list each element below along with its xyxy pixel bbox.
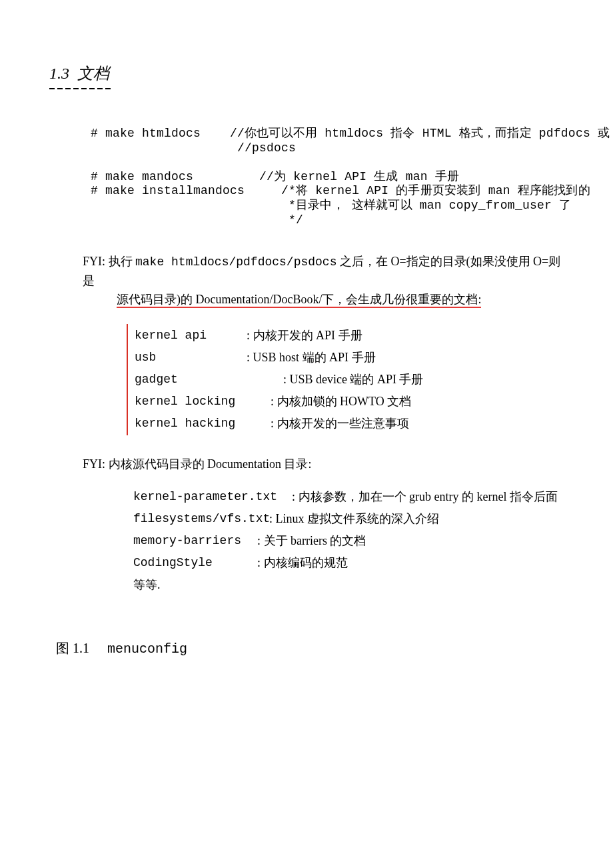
doc-name: usb [135, 349, 241, 367]
fyi2-text: 内核源代码目录的 Documentation 目录: [109, 457, 312, 471]
fyi-docbook: FYI: 执行 make htmldocs/pdfdocs/psdocs 之后，… [83, 253, 564, 309]
fyi-label: FYI: [83, 457, 105, 471]
doc-desc: : 内核参数，加在一个 grub entry 的 kernel 指令后面 [292, 488, 558, 506]
doc-desc: : 关于 barriers 的文档 [257, 532, 366, 550]
etc: 等等. [133, 576, 564, 594]
doc-desc: : 内核开发的一些注意事项 [271, 415, 409, 433]
list-item: memory-barriers : 关于 barriers 的文档 [133, 532, 564, 550]
docbook-docs-list: kernel api : 内核开发的 API 手册 usb : USB host… [127, 324, 564, 435]
make-commands-code: # make htmldocs //你也可以不用 htmldocs 指令 HTM… [91, 127, 564, 227]
documentation-dir-list: kernel-parameter.txt : 内核参数，加在一个 grub en… [133, 488, 564, 594]
fyi1-underlined-a: 源代码目录) [117, 293, 181, 308]
doc-name: memory-barriers [133, 532, 252, 550]
doc-desc: : USB device 端的 API 手册 [283, 371, 424, 389]
fyi1-underlined-b: 的 Documentation/DocBook/下，会生成几份很重要的文档: [181, 293, 481, 308]
doc-name: gadget [135, 371, 278, 389]
section-heading: 1.3 文档 [49, 61, 564, 85]
list-item: kernel locking : 内核加锁的 HOWTO 文档 [135, 393, 564, 411]
doc-desc: : 内核加锁的 HOWTO 文档 [271, 393, 411, 411]
list-item: filesystems/vfs.txt : Linux 虚拟文件系统的深入介绍 [133, 510, 564, 528]
list-item: CodingStyle : 内核编码的规范 [133, 554, 564, 572]
fyi-label: FYI: [83, 255, 105, 268]
doc-name: filesystems/vfs.txt [133, 510, 264, 528]
figure-name: menuconfig [107, 641, 187, 657]
list-item: usb : USB host 端的 API 手册 [135, 349, 564, 367]
doc-desc: : Linux 虚拟文件系统的深入介绍 [269, 510, 439, 528]
doc-desc: : 内核编码的规范 [257, 554, 348, 572]
figure-caption: 图 1.1 menuconfig [56, 638, 564, 659]
section-rule [49, 88, 111, 89]
doc-name: kernel-parameter.txt [133, 488, 287, 506]
doc-name: CodingStyle [133, 554, 252, 572]
section-number: 1.3 [49, 65, 69, 82]
fyi1-text-a: 执行 [109, 255, 136, 268]
fyi-documentation-dir: FYI: 内核源代码目录的 Documentation 目录: [83, 455, 564, 473]
list-item: kernel api : 内核开发的 API 手册 [135, 327, 564, 345]
figure-number: 图 1.1 [56, 641, 89, 655]
doc-name: kernel api [135, 327, 241, 345]
doc-name: kernel locking [135, 393, 265, 411]
list-item: kernel-parameter.txt : 内核参数，加在一个 grub en… [133, 488, 564, 506]
doc-desc: : USB host 端的 API 手册 [247, 349, 376, 367]
section-title: 文档 [77, 65, 109, 82]
list-item: gadget : USB device 端的 API 手册 [135, 371, 564, 389]
doc-name: kernel hacking [135, 415, 265, 433]
fyi1-make-cmds: make htmldocs/pdfdocs/psdocs [135, 255, 336, 269]
doc-desc: : 内核开发的 API 手册 [247, 327, 362, 345]
list-item: kernel hacking : 内核开发的一些注意事项 [135, 415, 564, 433]
